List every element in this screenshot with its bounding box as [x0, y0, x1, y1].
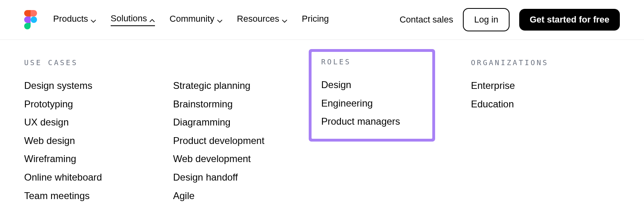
- menu-link[interactable]: Strategic planning: [173, 76, 322, 95]
- menu-link[interactable]: Web development: [173, 150, 322, 168]
- menu-link[interactable]: Diagramming: [173, 113, 322, 132]
- nav-label: Solutions: [111, 13, 147, 24]
- contact-sales-link[interactable]: Contact sales: [400, 14, 453, 25]
- menu-link[interactable]: Design: [321, 76, 423, 94]
- col-heading-organizations: ORGANIZATIONS: [471, 58, 620, 67]
- menu-link[interactable]: Design systems: [24, 76, 173, 95]
- login-button[interactable]: Log in: [463, 8, 510, 31]
- nav-label: Community: [169, 14, 214, 24]
- chevron-down-icon: [217, 16, 223, 22]
- col-use-cases-1: USE CASES Design systems Prototyping UX …: [24, 58, 173, 205]
- chevron-down-icon: [282, 16, 287, 22]
- nav-item-solutions[interactable]: Solutions: [111, 13, 155, 26]
- menu-link[interactable]: Wireframing: [24, 150, 173, 168]
- nav-left: Products Solutions Community Resources P…: [53, 13, 329, 26]
- menu-link[interactable]: Prototyping: [24, 95, 173, 113]
- svg-point-0: [31, 16, 37, 23]
- chevron-up-icon: [149, 16, 155, 21]
- roles-highlight-box: ROLES Design Engineering Product manager…: [312, 52, 432, 139]
- menu-link[interactable]: Web design: [24, 132, 173, 150]
- menu-link[interactable]: UX design: [24, 113, 173, 132]
- header-bar: Products Solutions Community Resources P…: [0, 0, 644, 40]
- menu-link[interactable]: Education: [471, 95, 620, 113]
- menu-link[interactable]: Team meetings: [24, 187, 173, 205]
- menu-link[interactable]: Brainstorming: [173, 95, 322, 113]
- mega-menu: USE CASES Design systems Prototyping UX …: [0, 40, 644, 221]
- nav-item-products[interactable]: Products: [53, 14, 96, 26]
- nav-item-resources[interactable]: Resources: [237, 14, 287, 26]
- chevron-down-icon: [91, 16, 96, 22]
- nav-label: Pricing: [302, 14, 329, 24]
- menu-link[interactable]: Product development: [173, 132, 322, 150]
- figma-logo[interactable]: [24, 10, 37, 29]
- nav-right: Contact sales Log in Get started for fre…: [400, 8, 620, 31]
- nav-label: Products: [53, 14, 88, 24]
- menu-link[interactable]: Design handoff: [173, 168, 322, 187]
- menu-link[interactable]: Engineering: [321, 94, 423, 113]
- col-organizations: ORGANIZATIONS Enterprise Education: [471, 58, 620, 205]
- menu-link[interactable]: Online whiteboard: [24, 168, 173, 187]
- menu-link[interactable]: Enterprise: [471, 76, 620, 95]
- nav-item-pricing[interactable]: Pricing: [302, 14, 329, 26]
- col-heading-roles: ROLES: [321, 58, 423, 66]
- col-roles: ROLES Design Engineering Product manager…: [322, 58, 471, 205]
- nav-label: Resources: [237, 14, 279, 24]
- menu-link[interactable]: Agile: [173, 187, 322, 205]
- menu-link[interactable]: Product managers: [321, 112, 423, 131]
- get-started-button[interactable]: Get started for free: [519, 9, 620, 31]
- col-heading-use-cases: USE CASES: [24, 58, 173, 67]
- col-use-cases-2: . Strategic planning Brainstorming Diagr…: [173, 58, 322, 205]
- nav-item-community[interactable]: Community: [169, 14, 222, 26]
